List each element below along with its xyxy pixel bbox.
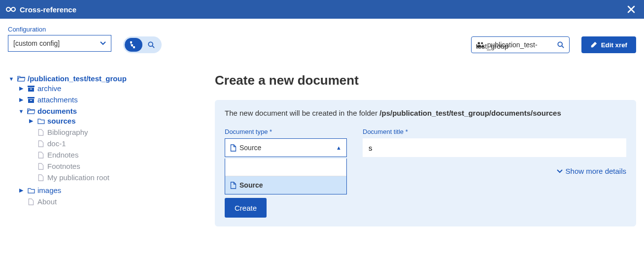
svg-rect-9 xyxy=(30,89,32,90)
svg-rect-10 xyxy=(28,97,34,98)
tree-label: documents xyxy=(37,107,77,115)
group-field-wrap: publication_test- test_group xyxy=(471,26,570,53)
tree-label: Bibliography xyxy=(47,128,88,136)
create-button[interactable]: Create xyxy=(225,198,267,218)
tree-item-attachments[interactable]: ▶ attachments xyxy=(18,96,205,104)
tree-item-documents[interactable]: ▼ documents xyxy=(18,107,205,115)
tree-label: About xyxy=(37,197,57,206)
infinity-icon xyxy=(6,6,16,13)
archive-icon xyxy=(27,86,35,92)
tree-label: attachments xyxy=(37,96,78,104)
document-title-label: Document title * xyxy=(363,128,626,135)
tree-label: Endnotes xyxy=(47,151,78,159)
edit-xref-label: Edit xref xyxy=(601,41,627,49)
tree-item-doc[interactable]: My publication root xyxy=(28,173,205,182)
titlebar: Cross-reference xyxy=(0,0,644,19)
file-icon xyxy=(230,144,237,152)
tree-label: doc-1 xyxy=(47,139,66,148)
tree-label: archive xyxy=(37,84,61,93)
tree-label: My publication root xyxy=(47,173,109,182)
pencil-icon xyxy=(590,41,597,48)
folder-icon xyxy=(27,188,35,193)
svg-rect-0 xyxy=(130,41,132,43)
tree-view-toggle[interactable] xyxy=(125,38,142,52)
svg-point-3 xyxy=(148,42,153,46)
search-view-toggle[interactable] xyxy=(142,38,160,52)
collapse-icon[interactable]: ▼ xyxy=(8,76,15,82)
config-select[interactable]: [custom config] xyxy=(8,35,111,52)
group-overflow-text: test_group xyxy=(476,42,508,50)
tree-root-label: /publication_test/test_group xyxy=(28,74,127,83)
view-toggle xyxy=(123,36,162,53)
collapse-icon[interactable]: ▼ xyxy=(18,108,25,114)
tree-label: images xyxy=(37,186,61,194)
document-type-col: Document type * Source ▲ Source xyxy=(225,128,347,157)
expand-icon[interactable]: ▶ xyxy=(18,187,25,193)
document-title-input[interactable] xyxy=(363,138,626,157)
expand-icon[interactable]: ▶ xyxy=(28,118,34,124)
document-type-dropdown: Source xyxy=(225,159,347,194)
toolbar: Configuration [custom config] publicatio… xyxy=(0,19,644,58)
document-type-label: Document type * xyxy=(225,128,347,135)
tree-item-doc[interactable]: Bibliography xyxy=(28,128,205,136)
intro-path: /ps/publication_test/test_group/document… xyxy=(379,109,561,117)
config-block: Configuration [custom config] xyxy=(8,26,111,52)
file-icon xyxy=(36,129,45,136)
config-label: Configuration xyxy=(8,26,111,33)
tree-item-doc[interactable]: Footnotes xyxy=(28,162,205,170)
form-row: Document type * Source ▲ Source xyxy=(225,128,626,157)
folder-icon xyxy=(36,118,45,124)
tree-label: Footnotes xyxy=(47,162,80,170)
config-value: [custom config] xyxy=(13,39,60,47)
chevron-down-icon xyxy=(557,169,563,173)
folder-open-icon xyxy=(27,108,35,114)
expand-icon[interactable]: ▶ xyxy=(18,96,25,103)
svg-rect-8 xyxy=(28,88,34,92)
form-intro: The new document will be created in the … xyxy=(225,109,626,117)
edit-xref-button[interactable]: Edit xref xyxy=(581,36,636,53)
intro-prefix: The new document will be created in the … xyxy=(225,109,379,117)
svg-rect-2 xyxy=(133,46,135,48)
document-type-value: Source xyxy=(239,144,261,152)
tree-item-images[interactable]: ▶ images xyxy=(18,186,205,194)
svg-rect-1 xyxy=(131,44,133,46)
document-title-col: Document title * xyxy=(363,128,626,157)
show-more-label: Show more details xyxy=(566,167,626,175)
main: ▼ /publication_test/test_group ▶ archive… xyxy=(0,58,644,234)
dropdown-option-label: Source xyxy=(239,181,263,189)
tree-item-sources[interactable]: ▶ sources xyxy=(28,117,205,125)
tree-item-doc[interactable]: doc-1 xyxy=(28,139,205,148)
file-icon xyxy=(230,182,237,189)
archive-icon xyxy=(27,97,35,103)
tree-item-about[interactable]: About xyxy=(18,197,205,206)
tree-item-doc[interactable]: Endnotes xyxy=(28,151,205,159)
close-icon[interactable] xyxy=(624,5,638,13)
folder-tree: ▼ /publication_test/test_group ▶ archive… xyxy=(8,73,205,209)
file-icon xyxy=(36,174,45,181)
dropdown-search[interactable] xyxy=(225,159,346,176)
caret-up-icon: ▲ xyxy=(336,145,341,151)
panel-heading: Create a new document xyxy=(215,73,636,88)
file-icon xyxy=(36,152,45,159)
tree-label: sources xyxy=(47,117,76,125)
tree-root[interactable]: ▼ /publication_test/test_group xyxy=(8,74,205,83)
file-icon xyxy=(27,198,35,205)
titlebar-title: Cross-reference xyxy=(20,5,624,14)
file-icon xyxy=(36,140,45,147)
form-card: The new document will be created in the … xyxy=(215,100,636,226)
right-panel: Create a new document The new document w… xyxy=(215,73,636,226)
svg-rect-12 xyxy=(30,100,32,101)
svg-rect-7 xyxy=(28,86,34,87)
search-icon[interactable] xyxy=(557,41,564,48)
dropdown-option-source[interactable]: Source xyxy=(225,176,346,194)
file-icon xyxy=(36,163,45,170)
svg-rect-11 xyxy=(28,99,34,103)
document-type-select[interactable]: Source ▲ xyxy=(225,138,347,157)
svg-point-6 xyxy=(558,42,562,46)
caret-down-icon xyxy=(100,41,106,45)
tree-item-archive[interactable]: ▶ archive xyxy=(18,84,205,93)
expand-icon[interactable]: ▶ xyxy=(18,85,25,92)
folder-open-icon xyxy=(17,75,26,82)
